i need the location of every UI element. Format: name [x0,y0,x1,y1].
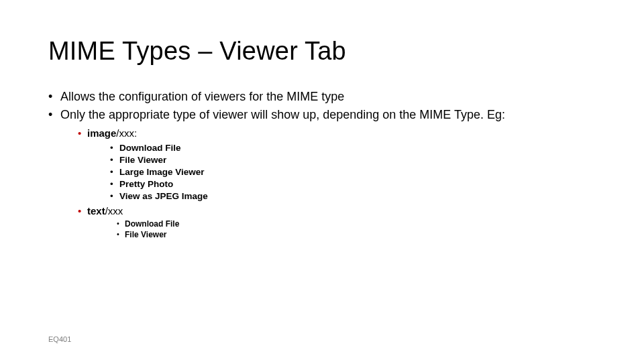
list-item: Download File [110,143,596,153]
list-item: Pretty Photo [110,179,596,189]
list-item-text: text/xxx [87,205,123,217]
bullet-list-level3: Download File File Viewer [87,219,596,239]
mime-prefix: image [87,127,116,139]
list-item-text: image/xxx: [87,127,137,139]
bullet-list-level2: image/xxx: Download File File Viewer Lar… [60,127,596,239]
list-item-text: Only the appropriate type of viewer will… [60,108,505,121]
bullet-list-level3: Download File File Viewer Large Image Vi… [87,143,596,201]
slide-footer: EQ401 [48,335,71,343]
mime-prefix: text [87,205,105,217]
list-item: File Viewer [110,155,596,165]
mime-suffix: /xxx [105,205,123,217]
list-item: Only the appropriate type of viewer will… [48,108,596,239]
list-item: View as JPEG Image [110,191,596,201]
bullet-list-level1: Allows the configuration of viewers for … [48,90,596,239]
list-item: Large Image Viewer [110,167,596,177]
list-item: Allows the configuration of viewers for … [48,90,596,104]
list-item: text/xxx Download File File Viewer [78,205,596,239]
mime-suffix: /xxx: [116,127,137,139]
list-item: File Viewer [117,230,596,239]
list-item: image/xxx: Download File File Viewer Lar… [78,127,596,201]
slide-title: MIME Types – Viewer Tab [48,37,596,66]
list-item: Download File [117,219,596,229]
